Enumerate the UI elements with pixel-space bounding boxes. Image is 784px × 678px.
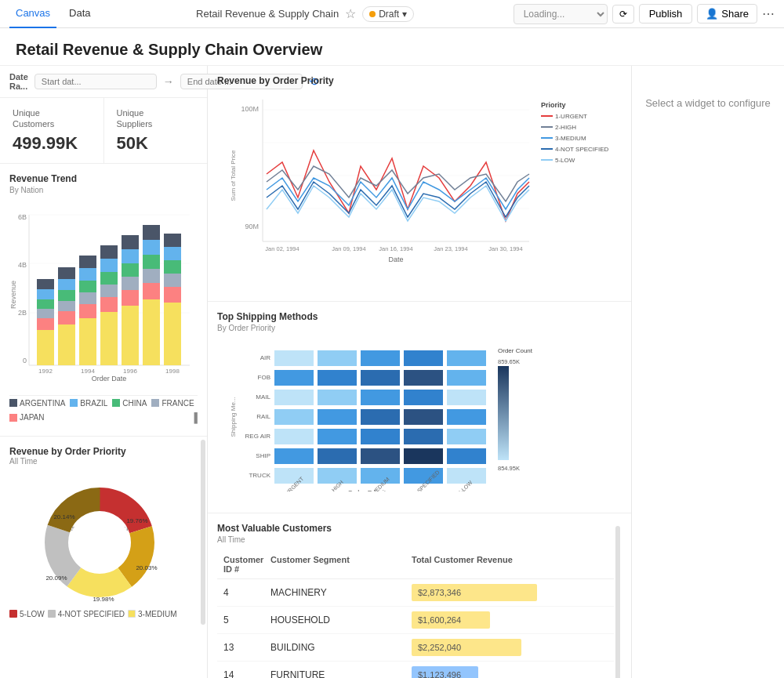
svg-rect-116: [404, 390, 443, 405]
japan-legend-color: [9, 414, 17, 422]
revenue-trend-title: Revenue Trend: [9, 173, 198, 184]
row-revenue: $1,600,264: [412, 611, 608, 629]
svg-rect-119: [318, 409, 357, 425]
svg-text:100M: 100M: [241, 105, 259, 113]
brazil-legend-label: BRAZIL: [80, 399, 107, 408]
argentina-legend-color: [9, 399, 17, 407]
col-revenue: Total Customer Revenue: [412, 555, 608, 574]
svg-rect-38: [122, 249, 139, 263]
svg-text:FOB: FOB: [258, 374, 270, 381]
start-date-input[interactable]: [34, 74, 157, 89]
legend-item-argentina: ARGENTINA: [9, 399, 65, 408]
revenue-trend-panel: Revenue Trend By Nation 6B 4B 2B 0: [0, 164, 207, 437]
customers-scroll[interactable]: [615, 526, 620, 678]
share-button[interactable]: 👤 Share: [697, 4, 757, 24]
donut-title: Revenue by Order Priority: [9, 446, 190, 457]
svg-rect-33: [100, 245, 118, 259]
svg-rect-18: [58, 301, 75, 311]
svg-rect-123: [274, 429, 314, 444]
legend-item-brazil: BRAZIL: [70, 399, 107, 408]
japan-legend-label: JAPAN: [20, 413, 45, 422]
svg-rect-42: [143, 269, 160, 283]
loading-select[interactable]: Loading...: [514, 4, 608, 24]
svg-text:4B: 4B: [18, 261, 27, 269]
svg-rect-135: [361, 468, 400, 484]
svg-text:1998: 1998: [165, 368, 180, 375]
more-options-button[interactable]: ⋯: [762, 6, 775, 21]
draft-dot: [369, 11, 376, 17]
svg-rect-41: [143, 283, 160, 299]
scroll-indicator-left[interactable]: ▐: [191, 412, 198, 423]
row-id: 5: [223, 615, 270, 625]
nav-center: Retail Revenue & Supply Chain ☆ Draft ▾: [103, 6, 507, 22]
tab-data[interactable]: Data: [63, 0, 96, 28]
tab-canvas[interactable]: Canvas: [9, 0, 56, 28]
line-chart-title: Revenue by Order Priority: [217, 75, 622, 86]
stat-card-suppliers: UniqueSuppliers 50K: [104, 98, 208, 163]
donut-scroll[interactable]: [201, 440, 205, 625]
page: Retail Revenue & Supply Chain Overview D…: [0, 28, 784, 678]
svg-rect-128: [274, 448, 314, 464]
row-id: 13: [223, 642, 270, 653]
svg-text:20.03%: 20.03%: [136, 564, 157, 571]
bar-chart-legend: ARGENTINA BRAZIL CHINA FRANCE: [9, 395, 198, 426]
svg-rect-111: [404, 370, 443, 386]
svg-rect-126: [404, 429, 443, 444]
draft-badge[interactable]: Draft ▾: [362, 6, 414, 22]
svg-text:Jan 09, 1994: Jan 09, 1994: [332, 245, 365, 252]
brazil-legend-color: [70, 399, 78, 407]
svg-text:Revenue: Revenue: [9, 281, 17, 309]
bar-chart-area: 6B 4B 2B 0 Revenue: [9, 201, 198, 389]
left-panels: Date Ra... → ⟲ UniqueCustomers 499.99K U…: [0, 66, 208, 678]
svg-rect-39: [122, 235, 139, 249]
table-row: 5 HOUSEHOLD $1,600,264: [217, 607, 614, 634]
page-title: Retail Revenue & Supply Chain Overview: [0, 28, 784, 66]
col-segment: Customer Segment: [270, 555, 412, 574]
row-revenue: $1,123,496: [412, 666, 608, 678]
svg-rect-10: [37, 330, 54, 365]
svg-rect-30: [100, 285, 118, 297]
svg-text:Jan 23, 1994: Jan 23, 1994: [434, 245, 467, 252]
legend-item-japan: JAPAN: [9, 412, 45, 423]
svg-rect-132: [447, 448, 486, 464]
donut-svg: Associated Revenue: [21, 464, 178, 613]
svg-rect-45: [143, 225, 160, 240]
svg-point-63: [70, 513, 129, 572]
svg-text:Jan 02, 1994: Jan 02, 1994: [265, 245, 299, 252]
svg-rect-31: [100, 272, 118, 285]
svg-text:2-HIGH: 2-HIGH: [555, 124, 576, 131]
france-legend-label: FRANCE: [162, 399, 194, 408]
svg-text:3-MEDIUM: 3-MEDIUM: [555, 135, 586, 142]
main-layout: Date Ra... → ⟲ UniqueCustomers 499.99K U…: [0, 66, 784, 678]
row-segment: HOUSEHOLD: [270, 615, 412, 625]
refresh-button[interactable]: ⟳: [612, 5, 634, 24]
donut-area: Associated Revenue: [9, 472, 190, 605]
svg-rect-118: [274, 409, 314, 425]
revenue-bar: $2,252,040: [412, 639, 521, 656]
svg-rect-117: [447, 390, 486, 405]
line-chart-panel: Revenue by Order Priority 100M 90M Sum o…: [208, 66, 631, 302]
bar-chart-svg: 6B 4B 2B 0 Revenue: [9, 201, 198, 389]
svg-rect-16: [58, 324, 75, 365]
center-panels: Revenue by Order Priority 100M 90M Sum o…: [208, 66, 631, 678]
revenue-bar: $1,123,496: [412, 666, 478, 678]
svg-text:AIR: AIR: [260, 354, 271, 361]
svg-rect-34: [122, 306, 139, 365]
svg-text:Date: Date: [388, 256, 403, 263]
svg-text:REG AIR: REG AIR: [245, 433, 271, 440]
svg-rect-145: [498, 366, 509, 460]
heatmap-svg: Shipping Me... AIR FOB MAIL RAIL REG AIR…: [217, 339, 622, 491]
star-button[interactable]: ☆: [345, 6, 356, 21]
line-chart-area: 100M 90M Sum of Total Price Jan 0: [217, 88, 622, 292]
svg-text:Order Priority: Order Priority: [347, 489, 390, 491]
svg-rect-134: [318, 468, 357, 484]
svg-rect-20: [58, 279, 75, 290]
select-widget-label: Select a widget to configure: [645, 97, 771, 109]
row-revenue: $2,873,346: [412, 584, 608, 601]
publish-button[interactable]: Publish: [639, 4, 693, 24]
svg-text:SHIP: SHIP: [256, 452, 270, 459]
svg-text:0: 0: [23, 357, 27, 364]
svg-rect-12: [37, 309, 54, 318]
svg-rect-28: [100, 312, 118, 365]
svg-text:RAIL: RAIL: [256, 413, 270, 420]
